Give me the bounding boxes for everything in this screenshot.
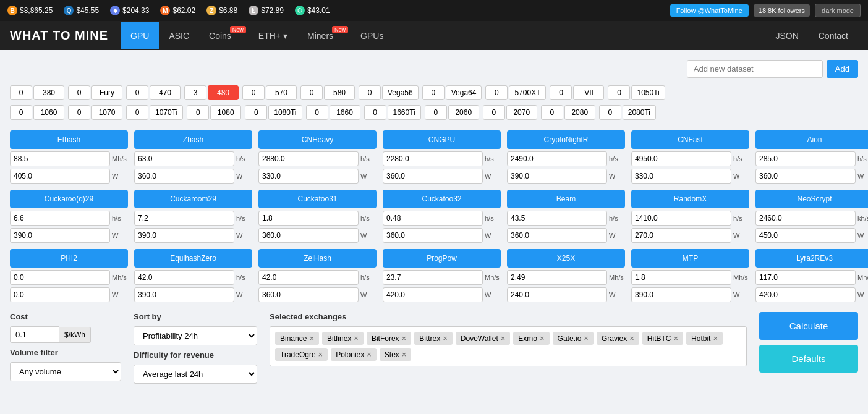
algo-power-input[interactable]	[755, 228, 856, 243]
gpu-count-input[interactable]	[10, 85, 32, 100]
algo-power-input[interactable]	[631, 287, 731, 302]
gpu-count-input[interactable]	[425, 105, 447, 120]
gpu-label[interactable]: 1070Ti	[150, 105, 183, 120]
algo-button-aion[interactable]: Aion	[755, 130, 868, 149]
algo-button-cuckatoo31[interactable]: Cuckatoo31	[258, 190, 377, 208]
nav-item-json[interactable]: JSON	[765, 22, 808, 49]
algo-hashrate-input[interactable]	[383, 151, 483, 166]
algo-button-cnheavy[interactable]: CNHeavy	[258, 130, 377, 149]
gpu-count-input[interactable]	[306, 105, 328, 120]
algo-power-input[interactable]	[755, 287, 856, 302]
gpu-count-input[interactable]	[483, 105, 505, 120]
algo-hashrate-input[interactable]	[10, 151, 110, 166]
gpu-label[interactable]: 5700XT	[509, 85, 546, 100]
gpu-label[interactable]: 1080Ti	[268, 105, 302, 120]
algo-button-phi2[interactable]: PHI2	[10, 249, 128, 268]
algo-button-x25x[interactable]: X25X	[507, 249, 625, 268]
gpu-count-input[interactable]	[245, 105, 267, 120]
algo-power-input[interactable]	[383, 287, 483, 302]
algo-hashrate-input[interactable]	[258, 211, 359, 226]
exchange-tag-remove[interactable]: ×	[501, 334, 506, 343]
gpu-count-input[interactable]	[608, 85, 630, 100]
exchange-tag-remove[interactable]: ×	[713, 334, 718, 343]
gpu-count-input[interactable]	[364, 105, 386, 120]
algo-power-input[interactable]	[10, 287, 110, 302]
exchange-tag-remove[interactable]: ×	[540, 334, 545, 343]
nav-item-gpus[interactable]: GPUs	[351, 22, 393, 49]
algo-button-equihashzero[interactable]: EquihashZero	[134, 249, 252, 268]
gpu-label[interactable]: 570	[266, 85, 297, 100]
gpu-label[interactable]: 1660	[330, 105, 360, 120]
algo-power-input[interactable]	[10, 228, 110, 243]
algo-hashrate-input[interactable]	[10, 270, 110, 285]
defaults-button[interactable]: Defaults	[759, 345, 858, 373]
gpu-label[interactable]: 1070	[91, 105, 122, 120]
algo-hashrate-input[interactable]	[10, 211, 110, 226]
algo-button-cryptonightr[interactable]: CryptoNightR	[507, 130, 625, 149]
algo-power-input[interactable]	[631, 169, 731, 184]
volume-select[interactable]: Any volume	[10, 362, 121, 381]
gpu-label[interactable]: 480	[208, 85, 239, 100]
algo-hashrate-input[interactable]	[507, 270, 607, 285]
gpu-label[interactable]: 2080Ti	[623, 105, 656, 120]
exchange-tag-remove[interactable]: ×	[367, 350, 372, 359]
algo-button-lyra2rev3[interactable]: Lyra2REv3	[755, 249, 868, 268]
algo-button-cuckarood29[interactable]: Cuckaroo(d)29	[10, 190, 128, 208]
algo-button-ethash[interactable]: Ethash	[10, 130, 128, 149]
gpu-count-input[interactable]	[422, 85, 445, 100]
gpu-count-input[interactable]	[126, 105, 148, 120]
nav-item-miners[interactable]: Miners New	[297, 22, 351, 49]
difficulty-select[interactable]: Average last 24h	[134, 365, 257, 384]
gpu-count-input[interactable]	[242, 85, 265, 100]
calculate-button[interactable]: Calculate	[759, 312, 858, 340]
algo-hashrate-input[interactable]	[383, 270, 483, 285]
sortby-select[interactable]: Profitability 24h	[134, 326, 257, 345]
nav-item-ethplus[interactable]: ETH+ ▾	[249, 22, 297, 49]
algo-power-input[interactable]	[258, 228, 359, 243]
dark-mode-button[interactable]: dark mode	[815, 4, 861, 17]
exchange-tag-remove[interactable]: ×	[443, 334, 448, 343]
nav-item-asic[interactable]: ASIC	[159, 22, 199, 49]
algo-button-cuckatoo32[interactable]: Cuckatoo32	[383, 190, 501, 208]
algo-hashrate-input[interactable]	[134, 270, 234, 285]
algo-button-zelhash[interactable]: ZelHash	[258, 249, 377, 268]
exchange-tag-remove[interactable]: ×	[354, 334, 359, 343]
gpu-count-input[interactable]	[550, 85, 572, 100]
gpu-count-input[interactable]	[300, 85, 323, 100]
exchange-tag-remove[interactable]: ×	[674, 334, 679, 343]
algo-power-input[interactable]	[10, 169, 110, 184]
gpu-count-input[interactable]	[10, 105, 32, 120]
gpu-count-input[interactable]	[126, 85, 148, 100]
algo-power-input[interactable]	[507, 228, 607, 243]
algo-hashrate-input[interactable]	[134, 211, 234, 226]
gpu-count-input[interactable]	[359, 85, 381, 100]
gpu-count-input[interactable]	[541, 105, 563, 120]
follow-button[interactable]: Follow @WhatToMine	[670, 4, 749, 17]
algo-button-cnfast[interactable]: CNFast	[631, 130, 749, 149]
algo-hashrate-input[interactable]	[507, 211, 607, 226]
gpu-label[interactable]: 580	[324, 85, 355, 100]
algo-hashrate-input[interactable]	[258, 270, 359, 285]
nav-item-coins[interactable]: Coins New	[199, 22, 249, 49]
gpu-count-input[interactable]	[68, 105, 90, 120]
algo-hashrate-input[interactable]	[631, 151, 731, 166]
gpu-count-input[interactable]	[187, 105, 209, 120]
algo-hashrate-input[interactable]	[631, 211, 731, 226]
algo-button-mtp[interactable]: MTP	[631, 249, 749, 268]
algo-hashrate-input[interactable]	[631, 270, 731, 285]
gpu-count-input[interactable]	[68, 85, 90, 100]
exchange-tag-remove[interactable]: ×	[318, 350, 323, 359]
exchange-tag-remove[interactable]: ×	[629, 334, 634, 343]
algo-hashrate-input[interactable]	[755, 151, 856, 166]
gpu-label[interactable]: 2080	[564, 105, 595, 120]
gpu-count-input[interactable]	[599, 105, 621, 120]
algo-power-input[interactable]	[134, 228, 234, 243]
algo-hashrate-input[interactable]	[755, 270, 856, 285]
gpu-label[interactable]: Vega64	[446, 85, 482, 100]
algo-hashrate-input[interactable]	[755, 211, 856, 226]
nav-item-gpu[interactable]: GPU	[121, 22, 159, 49]
exchange-tag-remove[interactable]: ×	[402, 350, 407, 359]
algo-power-input[interactable]	[134, 287, 234, 302]
gpu-label[interactable]: 2070	[506, 105, 537, 120]
gpu-label[interactable]: 1080	[210, 105, 241, 120]
